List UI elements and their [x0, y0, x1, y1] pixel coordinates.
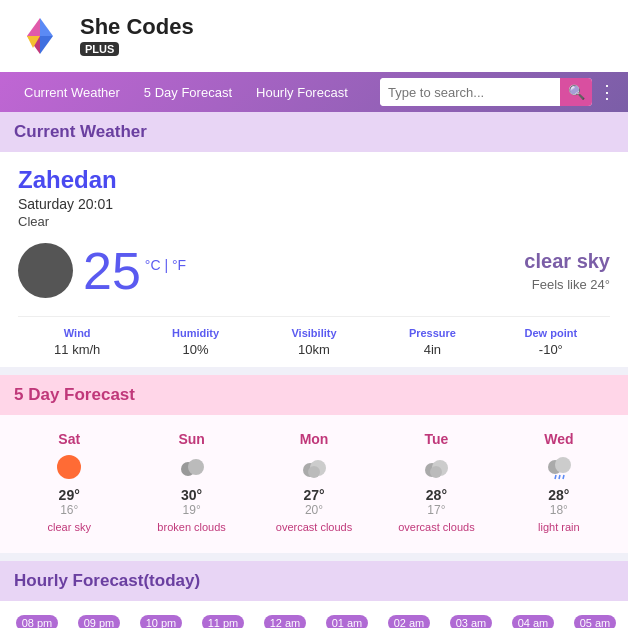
svg-point-7: [188, 459, 204, 475]
forecast-day-mon: Mon 27° 20° overcast clouds: [253, 425, 375, 539]
stat-pressure: Pressure 4in: [373, 327, 491, 357]
nav-hourly-forecast[interactable]: Hourly Forecast: [244, 72, 360, 112]
nav-more-button[interactable]: ⋮: [598, 81, 616, 103]
temperature-unit: °C | °F: [145, 243, 186, 273]
svg-marker-2: [40, 18, 53, 36]
hourly-items-row: 08 pm 09 pm 10 pm 11 pm 12 am 01 am: [0, 601, 628, 628]
svg-point-5: [57, 455, 81, 479]
app-logo: [14, 10, 66, 62]
unit-sep: |: [164, 257, 172, 273]
stat-visibility: Visibility 10km: [255, 327, 373, 357]
plus-badge: PLUS: [80, 42, 119, 56]
svg-point-15: [555, 457, 571, 473]
weather-stats: Wind 11 km/h Humidity 10% Visibility 10k…: [18, 316, 610, 357]
forecast-days-row: Sat 29° 16° clear sky Sun 30° 19° broken…: [0, 415, 628, 553]
app-name: She Codes: [80, 15, 194, 39]
forecast-day-wed: Wed 28° 18° light rain: [498, 425, 620, 539]
svg-line-17: [559, 475, 560, 479]
unit-fahrenheit[interactable]: °F: [172, 257, 186, 273]
weather-icon: [18, 243, 73, 298]
hourly-forecast-header: Hourly Forecast(today): [0, 561, 628, 601]
hourly-forecast-panel: 08 pm 09 pm 10 pm 11 pm 12 am 01 am: [0, 601, 628, 628]
weather-description: Clear: [18, 214, 610, 229]
stat-wind: Wind 11 km/h: [18, 327, 136, 357]
five-day-forecast-panel: Sat 29° 16° clear sky Sun 30° 19° broken…: [0, 415, 628, 553]
city-name: Zahedan: [18, 166, 610, 194]
current-weather-main: 25 °C | °F clear sky Feels like 24°: [18, 243, 610, 298]
current-date: Saturday 20:01: [18, 196, 610, 212]
hourly-11pm: 11 pm: [192, 609, 254, 628]
sky-description: clear sky Feels like 24°: [524, 250, 610, 292]
hourly-01am: 01 am: [316, 609, 378, 628]
main-nav: Current Weather 5 Day Forecast Hourly Fo…: [0, 72, 628, 112]
app-header: She Codes PLUS: [0, 0, 628, 72]
forecast-day-sat: Sat 29° 16° clear sky: [8, 425, 130, 539]
svg-point-13: [430, 466, 442, 478]
svg-marker-0: [27, 18, 40, 36]
forecast-day-sun: Sun 30° 19° broken clouds: [130, 425, 252, 539]
svg-marker-3: [40, 36, 53, 54]
unit-celsius[interactable]: °C: [145, 257, 161, 273]
hourly-12am: 12 am: [254, 609, 316, 628]
hourly-10pm: 10 pm: [130, 609, 192, 628]
hourly-03am: 03 am: [440, 609, 502, 628]
current-weather-header: Current Weather: [0, 112, 628, 152]
hourly-09pm: 09 pm: [68, 609, 130, 628]
search-input[interactable]: [380, 78, 560, 106]
hourly-02am: 02 am: [378, 609, 440, 628]
stat-dew-point: Dew point -10°: [492, 327, 610, 357]
current-weather-panel: Zahedan Saturday 20:01 Clear 25 °C | °F …: [0, 152, 628, 367]
nav-5day-forecast[interactable]: 5 Day Forecast: [132, 72, 244, 112]
five-day-forecast-header: 5 Day Forecast: [0, 375, 628, 415]
forecast-day-tue: Tue 28° 17° overcast clouds: [375, 425, 497, 539]
hourly-05am: 05 am: [564, 609, 626, 628]
search-bar: 🔍: [380, 78, 592, 106]
logo-text-block: She Codes PLUS: [80, 15, 194, 57]
hourly-04am: 04 am: [502, 609, 564, 628]
feels-like: Feels like 24°: [524, 277, 610, 292]
sky-main: clear sky: [524, 250, 610, 273]
temperature-value: 25: [83, 245, 141, 297]
svg-line-18: [563, 475, 564, 479]
nav-current-weather[interactable]: Current Weather: [12, 72, 132, 112]
hourly-08pm: 08 pm: [6, 609, 68, 628]
svg-line-16: [555, 475, 556, 479]
search-button[interactable]: 🔍: [560, 78, 592, 106]
svg-point-10: [308, 466, 320, 478]
stat-humidity: Humidity 10%: [136, 327, 254, 357]
